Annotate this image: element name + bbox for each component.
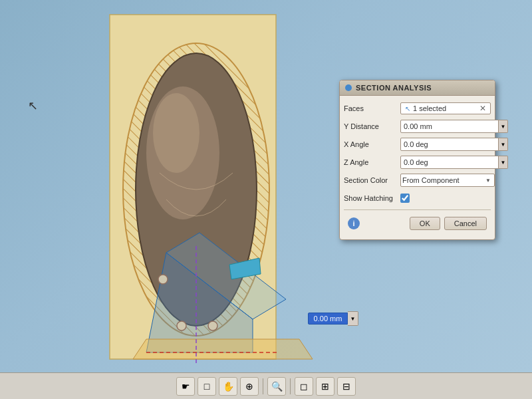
y-distance-input[interactable]	[400, 120, 499, 133]
section-color-select[interactable]: From Component	[400, 174, 495, 187]
dialog-body: Faces ↖ 1 selected ✕ Y Distance ▼	[340, 96, 495, 239]
dialog-status-dot	[345, 84, 352, 91]
svg-marker-10	[133, 339, 313, 359]
faces-cursor-icon: ↖	[405, 105, 410, 112]
y-distance-row: Y Distance ▼	[344, 119, 491, 134]
faces-label: Faces	[344, 104, 400, 112]
z-angle-input[interactable]	[400, 156, 499, 169]
z-angle-input-wrap: ▼	[400, 156, 508, 169]
svg-point-16	[208, 321, 217, 331]
section-color-row: Section Color From Component ▼	[344, 173, 491, 188]
info-button[interactable]: i	[348, 217, 360, 229]
section-analysis-dialog: SECTION ANALYSIS Faces ↖ 1 selected ✕ Y …	[339, 80, 495, 240]
toolbar-sep-2	[290, 378, 291, 394]
svg-point-17	[158, 275, 168, 284]
cancel-button[interactable]: Cancel	[444, 217, 487, 230]
y-distance-input-wrap: ▼	[400, 120, 508, 133]
toolbar-rectangle-btn[interactable]: □	[198, 377, 216, 396]
toolbar-select-btn[interactable]: ☛	[176, 377, 195, 396]
x-angle-input[interactable]	[400, 138, 499, 151]
y-distance-label: Y Distance	[344, 122, 400, 130]
svg-point-7	[153, 93, 200, 173]
toolbar: ☛ □ ✋ ⊕ 🔍 ◻ ⊞ ⊟	[0, 372, 532, 399]
show-hatching-row: Show Hatching	[344, 191, 491, 205]
faces-selected-text: 1 selected	[413, 104, 446, 112]
dialog-divider	[344, 209, 491, 210]
svg-point-4	[123, 43, 269, 336]
x-angle-input-wrap: ▼	[400, 138, 508, 151]
z-angle-label: Z Angle	[344, 158, 400, 166]
toolbar-display2-btn[interactable]: ⊟	[337, 377, 356, 396]
section-color-control: From Component ▼	[400, 174, 491, 187]
show-hatching-checkbox[interactable]	[400, 194, 410, 203]
z-angle-arrow[interactable]: ▼	[499, 156, 508, 169]
distance-float-input[interactable]	[308, 313, 348, 325]
dialog-title: SECTION ANALYSIS	[356, 84, 432, 92]
toolbar-sep-1	[263, 378, 263, 394]
faces-close-btn[interactable]: ✕	[479, 104, 486, 112]
toolbar-display1-btn[interactable]: ⊞	[316, 377, 334, 396]
y-distance-arrow[interactable]: ▼	[499, 120, 508, 133]
svg-point-6	[146, 86, 219, 219]
show-hatching-control	[400, 194, 491, 203]
ok-button[interactable]: OK	[410, 217, 440, 230]
faces-row: Faces ↖ 1 selected ✕	[344, 101, 491, 116]
x-angle-row: X Angle ▼	[344, 137, 491, 152]
section-color-label: Section Color	[344, 176, 400, 184]
toolbar-zoom-btn[interactable]: 🔍	[267, 377, 286, 396]
faces-control: ↖ 1 selected ✕	[400, 102, 491, 114]
svg-marker-13	[233, 259, 259, 276]
svg-marker-14	[229, 258, 261, 279]
toolbar-orbit-btn[interactable]: ⊕	[240, 377, 259, 396]
section-color-dropdown-wrap: From Component ▼	[400, 174, 491, 187]
svg-point-5	[136, 53, 257, 326]
show-hatching-label: Show Hatching	[344, 194, 400, 202]
x-angle-control: ▼	[400, 138, 508, 151]
x-angle-arrow[interactable]: ▼	[499, 138, 508, 151]
z-angle-control: ▼	[400, 156, 508, 169]
x-angle-label: X Angle	[344, 140, 400, 148]
dialog-footer: i OK Cancel	[344, 214, 491, 234]
svg-marker-0	[110, 15, 276, 359]
dialog-header: SECTION ANALYSIS	[340, 80, 495, 96]
faces-value-box[interactable]: ↖ 1 selected ✕	[400, 102, 491, 114]
toolbar-pan-btn[interactable]: ✋	[219, 377, 237, 396]
svg-point-3	[123, 43, 269, 336]
distance-float-arrow[interactable]: ▼	[348, 311, 358, 326]
cursor: ↖	[28, 98, 38, 113]
svg-marker-8	[146, 253, 253, 352]
svg-point-2	[130, 50, 263, 329]
toolbar-view-btn[interactable]: ◻	[295, 377, 313, 396]
y-distance-control: ▼	[400, 120, 508, 133]
viewport: ↖ SECTION ANALYSIS Faces ↖ 1 selected ✕	[0, 0, 532, 372]
svg-marker-9	[166, 233, 286, 319]
distance-input-float: ▼	[308, 311, 358, 326]
svg-point-15	[177, 321, 186, 331]
z-angle-row: Z Angle ▼	[344, 155, 491, 170]
